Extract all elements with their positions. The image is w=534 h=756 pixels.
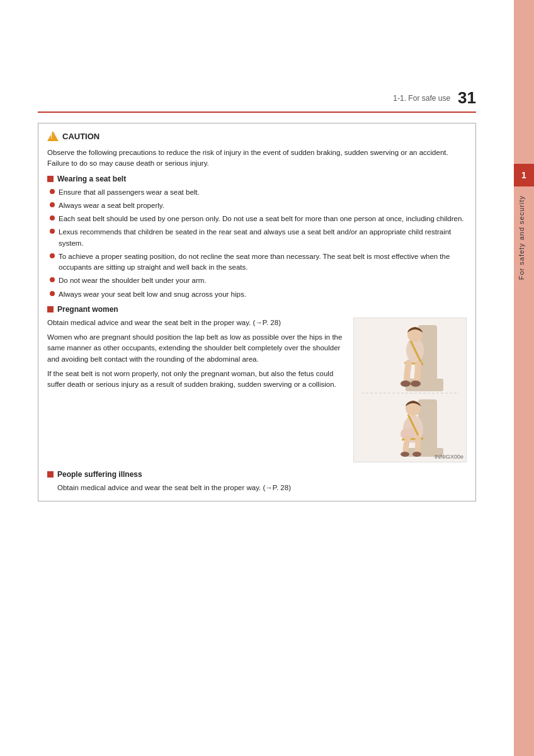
section-label: 1-1. For safe use <box>393 94 450 103</box>
bullet-icon <box>50 291 55 296</box>
section-square-icon <box>47 176 54 182</box>
pregnant-para-1: Obtain medical advice and wear the seat … <box>47 318 346 328</box>
page-header: 1-1. For safe use 31 <box>38 0 476 113</box>
main-content: 1-1. For safe use 31 CAUTION Observe the… <box>0 0 514 756</box>
pregnant-women-label: Pregnant women <box>57 305 118 314</box>
pregnant-svg <box>355 319 465 461</box>
bullet-icon <box>50 215 55 220</box>
section-square-icon <box>47 471 54 478</box>
caution-intro-line2: Failure to do so may cause death or seri… <box>47 159 209 167</box>
caution-box: CAUTION Observe the following precaution… <box>38 123 476 501</box>
bullet-text: To achieve a proper seating position, do… <box>59 251 467 273</box>
caution-triangle-icon <box>47 131 59 141</box>
caution-intro-line1: Observe the following precautions to red… <box>47 149 448 156</box>
list-item: Each seat belt should be used by one per… <box>50 214 467 224</box>
bullet-icon <box>50 277 55 282</box>
sidebar-label: For safety and security <box>514 195 534 280</box>
page-number: 31 <box>458 88 476 108</box>
seatbelt-bullet-list: Ensure that all passengers wear a seat b… <box>50 187 467 300</box>
list-item: Ensure that all passengers wear a seat b… <box>50 187 467 198</box>
pregnant-women-heading: Pregnant women <box>47 305 467 314</box>
list-item: To achieve a proper seating position, do… <box>50 251 467 273</box>
illness-section: People suffering illness Obtain medical … <box>47 470 467 493</box>
bullet-text: Lexus recommends that children be seated… <box>59 227 467 249</box>
svg-point-16 <box>401 452 409 457</box>
bullet-icon <box>50 202 55 207</box>
svg-point-6 <box>401 381 411 387</box>
chapter-number: 1 <box>514 164 534 186</box>
caution-label: CAUTION <box>62 132 99 141</box>
bullet-icon <box>50 229 55 234</box>
bullet-text: Always wear your seat belt low and snug … <box>59 289 246 300</box>
bullet-text: Each seat belt should be used by one per… <box>59 214 464 224</box>
sidebar-tab: 1 For safety and security <box>514 0 534 756</box>
bullet-icon <box>50 189 55 194</box>
illustration-label: INNIGX00e <box>435 454 463 460</box>
section-square-icon <box>47 306 54 312</box>
bullet-text: Always wear a seat belt properly. <box>59 200 164 211</box>
caution-title: CAUTION <box>47 131 467 141</box>
svg-point-7 <box>411 381 421 387</box>
illness-label: People suffering illness <box>57 470 142 479</box>
pregnant-text: Obtain medical advice and wear the seat … <box>47 318 346 462</box>
illness-text: Obtain medical advice and wear the seat … <box>57 483 467 493</box>
pregnant-para-3: If the seat belt is not worn properly, n… <box>47 369 346 391</box>
svg-point-17 <box>412 452 421 457</box>
bullet-icon <box>50 253 55 258</box>
pregnant-para-2: Women who are pregnant should position t… <box>47 332 346 365</box>
pregnant-illustration: INNIGX00e <box>353 318 467 462</box>
bullet-text: Ensure that all passengers wear a seat b… <box>59 187 200 198</box>
list-item: Always wear your seat belt low and snug … <box>50 289 467 300</box>
list-item: Always wear a seat belt properly. <box>50 200 467 211</box>
pregnant-section: Obtain medical advice and wear the seat … <box>47 318 467 462</box>
wearing-seatbelt-heading: Wearing a seat belt <box>47 175 467 183</box>
wearing-seatbelt-label: Wearing a seat belt <box>57 175 126 183</box>
list-item: Lexus recommends that children be seated… <box>50 227 467 249</box>
bullet-text: Do not wear the shoulder belt under your… <box>59 275 207 286</box>
list-item: Do not wear the shoulder belt under your… <box>50 275 467 286</box>
illness-heading: People suffering illness <box>47 470 467 479</box>
pregnant-images: INNIGX00e <box>353 318 467 462</box>
caution-intro: Observe the following precautions to red… <box>47 147 467 169</box>
